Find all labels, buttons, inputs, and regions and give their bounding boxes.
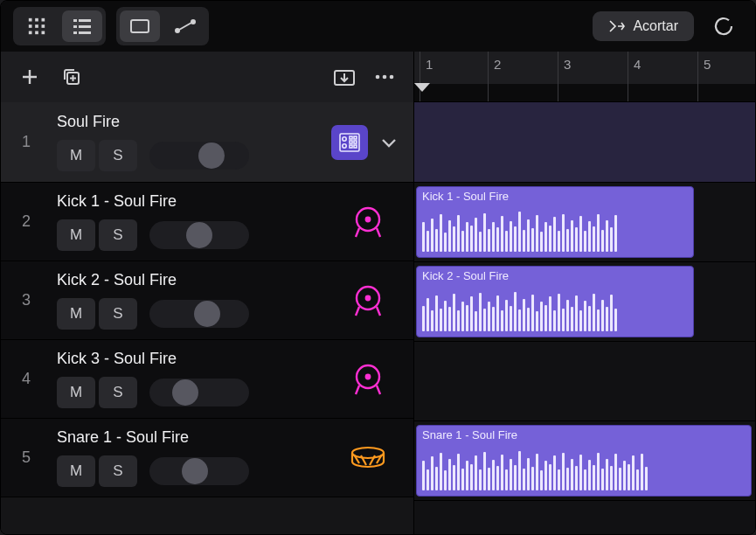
chevron-down-icon[interactable] <box>373 127 405 158</box>
midi-region[interactable]: Kick 2 - Soul Fire <box>416 266 694 337</box>
track-name: Snare 1 - Soul Fire <box>57 428 317 447</box>
svg-point-50 <box>352 448 384 458</box>
midi-notes <box>422 448 746 490</box>
list-view-button[interactable] <box>62 10 102 42</box>
main-area: 1 Soul Fire M S <box>1 52 755 534</box>
mute-button[interactable]: M <box>57 455 95 487</box>
track-name: Kick 1 - Soul Fire <box>57 192 317 211</box>
svg-line-44 <box>356 307 359 316</box>
svg-rect-7 <box>35 31 38 35</box>
svg-line-48 <box>356 386 359 394</box>
track-row[interactable]: 4 Kick 3 - Soul Fire M S <box>1 340 413 419</box>
solo-button[interactable]: S <box>99 455 137 487</box>
track-name: Soul Fire <box>57 113 317 131</box>
volume-slider[interactable] <box>149 457 249 485</box>
solo-button[interactable]: S <box>99 377 137 408</box>
volume-slider[interactable] <box>149 221 249 249</box>
view-mode-group <box>13 7 106 45</box>
midi-region[interactable]: Snare 1 - Soul Fire <box>416 425 752 497</box>
instrument-icon[interactable] <box>331 125 368 160</box>
ruler-label: 5 <box>704 57 711 72</box>
ruler-label: 1 <box>426 57 433 72</box>
track-row[interactable]: 2 Kick 1 - Soul Fire M S <box>1 183 413 261</box>
volume-slider[interactable] <box>149 142 249 170</box>
svg-point-43 <box>366 295 370 299</box>
mute-button[interactable]: M <box>57 140 95 171</box>
svg-line-53 <box>370 455 375 465</box>
solo-button[interactable]: S <box>99 298 137 330</box>
more-options-button[interactable] <box>371 64 398 90</box>
region-label: Kick 2 - Soul Fire <box>417 267 693 285</box>
track-row-group[interactable]: 1 Soul Fire M S <box>1 102 413 183</box>
kick-drum-icon <box>350 363 385 396</box>
svg-line-18 <box>179 23 191 30</box>
svg-rect-6 <box>29 31 32 35</box>
volume-slider[interactable] <box>149 300 249 328</box>
svg-point-27 <box>383 75 387 80</box>
track-list-header <box>1 52 413 102</box>
acortar-button[interactable]: Acortar <box>593 11 694 41</box>
midi-region[interactable]: Kick 1 - Soul Fire <box>416 186 694 258</box>
track-name: Kick 3 - Soul Fire <box>57 350 317 368</box>
track-name: Kick 2 - Soul Fire <box>57 271 317 289</box>
automation-mode-button[interactable] <box>165 10 205 42</box>
top-toolbar: Acortar <box>1 1 755 52</box>
mute-button[interactable]: M <box>57 377 95 408</box>
sync-button[interactable] <box>704 9 743 44</box>
svg-point-26 <box>376 75 380 80</box>
kick-drum-icon <box>350 205 385 239</box>
track-row[interactable]: 3 Kick 2 - Soul Fire M S <box>1 261 413 340</box>
svg-rect-5 <box>42 24 45 28</box>
timeline-row[interactable]: Kick 2 - Soul Fire <box>414 262 755 342</box>
timeline-row[interactable]: Kick 1 - Soul Fire <box>414 183 755 262</box>
svg-rect-11 <box>73 25 77 28</box>
mute-button[interactable]: M <box>57 219 95 251</box>
timeline-row-group[interactable] <box>414 102 755 183</box>
svg-rect-12 <box>79 25 91 28</box>
svg-rect-13 <box>73 31 77 34</box>
track-number: 4 <box>1 340 52 418</box>
svg-point-17 <box>191 20 195 24</box>
svg-rect-37 <box>354 145 357 148</box>
volume-slider[interactable] <box>149 379 249 406</box>
svg-point-28 <box>390 75 394 80</box>
svg-line-41 <box>377 228 380 237</box>
add-track-button[interactable] <box>17 64 43 90</box>
solo-button[interactable]: S <box>99 140 137 171</box>
mute-button[interactable]: M <box>57 298 95 330</box>
ruler-label: 2 <box>494 57 501 72</box>
timeline: 1 2 3 4 5 Kick 1 - Soul Fire Kick 2 - So… <box>414 52 755 534</box>
snare-drum-icon <box>349 444 387 472</box>
track-number: 1 <box>1 102 52 182</box>
svg-rect-9 <box>73 19 77 22</box>
svg-rect-36 <box>350 145 352 148</box>
import-button[interactable] <box>331 64 357 90</box>
svg-rect-0 <box>29 18 32 22</box>
svg-rect-14 <box>79 31 91 34</box>
svg-rect-15 <box>131 20 149 32</box>
svg-rect-32 <box>350 136 352 139</box>
timeline-ruler[interactable]: 1 2 3 4 5 <box>414 52 755 102</box>
solo-button[interactable]: S <box>99 219 137 251</box>
playhead-icon[interactable] <box>414 83 430 92</box>
grid-view-button[interactable] <box>17 10 57 42</box>
svg-point-47 <box>366 374 370 378</box>
track-row[interactable]: 5 Snare 1 - Soul Fire M S <box>1 419 413 497</box>
svg-line-49 <box>377 386 380 394</box>
svg-line-45 <box>377 307 380 316</box>
ruler-label: 3 <box>564 57 571 72</box>
region-mode-button[interactable] <box>120 10 160 42</box>
svg-rect-35 <box>354 141 357 143</box>
duplicate-track-button[interactable] <box>59 64 85 90</box>
svg-rect-10 <box>79 19 91 22</box>
acortar-label: Acortar <box>633 18 678 34</box>
svg-rect-1 <box>35 18 38 22</box>
merge-icon <box>608 18 626 34</box>
svg-rect-34 <box>350 141 352 143</box>
kick-drum-icon <box>350 284 385 317</box>
svg-point-31 <box>343 143 346 147</box>
timeline-row[interactable] <box>414 342 755 421</box>
svg-rect-33 <box>354 136 357 139</box>
timeline-row[interactable]: Snare 1 - Soul Fire <box>414 421 755 501</box>
region-label: Snare 1 - Soul Fire <box>417 426 751 444</box>
